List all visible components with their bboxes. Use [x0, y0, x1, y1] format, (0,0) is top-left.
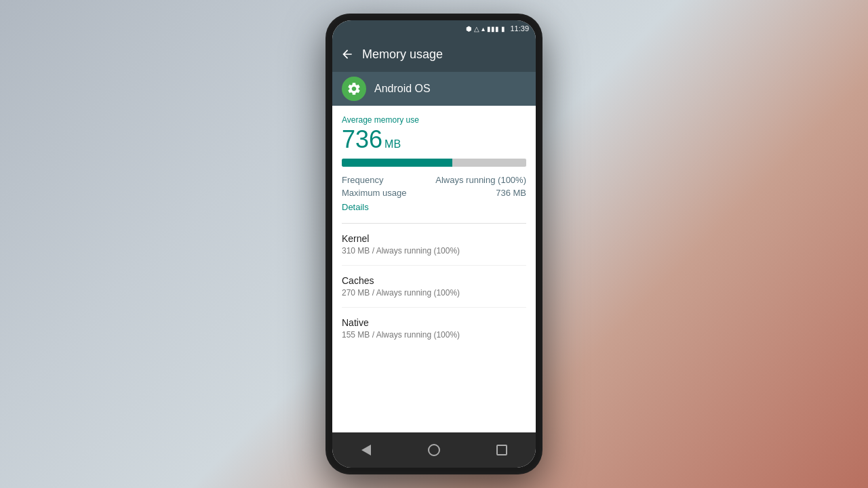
memory-unit: MB	[384, 138, 401, 150]
back-nav-button[interactable]	[353, 436, 380, 464]
native-name: Native	[342, 317, 526, 328]
caches-name: Caches	[342, 275, 526, 286]
memory-number: 736	[342, 127, 382, 152]
signal-icon: △	[474, 25, 479, 33]
app-bar: Memory usage	[332, 37, 536, 72]
frequency-row: Frequency Always running (100%)	[342, 175, 526, 185]
wifi-icon: ▴	[481, 25, 485, 33]
memory-value: 736 MB	[342, 127, 526, 152]
detail-item-kernel: Kernel 310 MB / Always running (100%)	[342, 224, 526, 266]
kernel-name: Kernel	[342, 233, 526, 244]
page-title: Memory usage	[362, 47, 443, 62]
detail-item-caches: Caches 270 MB / Always running (100%)	[342, 266, 526, 308]
frequency-value: Always running (100%)	[435, 175, 526, 185]
native-sub: 155 MB / Always running (100%)	[342, 330, 526, 340]
progress-bar-fill	[342, 159, 452, 167]
phone-device: ⬢ △ ▴ ▮▮▮ ▮ 11:39 Memory usage	[326, 14, 542, 474]
nav-bar	[332, 432, 536, 468]
back-nav-icon	[361, 445, 371, 455]
max-usage-row: Maximum usage 736 MB	[342, 188, 526, 198]
gear-icon	[347, 81, 361, 96]
detail-item-native: Native 155 MB / Always running (100%)	[342, 308, 526, 349]
back-button[interactable]	[340, 47, 354, 61]
details-link[interactable]: Details	[342, 202, 526, 212]
app-icon	[342, 77, 366, 101]
bluetooth-icon: ⬢	[466, 25, 472, 33]
cellular-icon: ▮▮▮	[487, 25, 499, 33]
app-name: Android OS	[374, 83, 431, 95]
avg-label: Average memory use	[342, 115, 526, 125]
status-time: 11:39	[510, 24, 529, 33]
home-nav-icon	[428, 444, 440, 456]
max-usage-value: 736 MB	[496, 188, 526, 198]
content-area: Average memory use 736 MB Frequency Alwa…	[332, 106, 536, 432]
caches-sub: 270 MB / Always running (100%)	[342, 288, 526, 298]
kernel-sub: 310 MB / Always running (100%)	[342, 246, 526, 256]
recents-nav-button[interactable]	[488, 436, 515, 464]
memory-progress-bar	[342, 159, 526, 167]
status-icons: ⬢ △ ▴ ▮▮▮ ▮ 11:39	[466, 24, 529, 33]
phone-screen: ⬢ △ ▴ ▮▮▮ ▮ 11:39 Memory usage	[332, 20, 536, 468]
recents-nav-icon	[496, 445, 507, 455]
home-nav-button[interactable]	[420, 436, 448, 464]
frequency-label: Frequency	[342, 175, 383, 185]
max-usage-label: Maximum usage	[342, 188, 406, 198]
battery-icon: ▮	[501, 25, 505, 33]
status-bar: ⬢ △ ▴ ▮▮▮ ▮ 11:39	[332, 20, 536, 37]
app-header: Android OS	[332, 72, 536, 106]
